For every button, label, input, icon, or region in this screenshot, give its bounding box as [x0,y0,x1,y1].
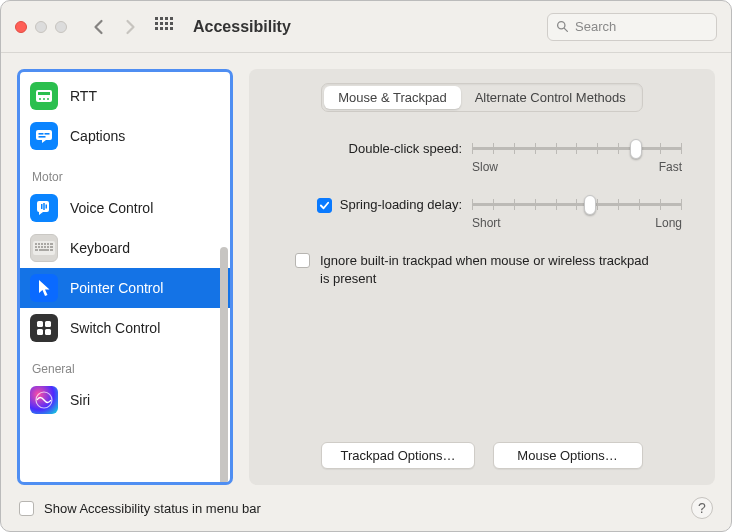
svg-rect-22 [38,246,40,248]
sidebar-item-rtt[interactable]: RTT [20,76,230,116]
sidebar-item-captions[interactable]: Captions [20,116,230,156]
svg-point-5 [43,98,45,100]
row-double-click-speed: Double-click speed: Slow Fast [267,140,697,174]
sidebar-item-keyboard[interactable]: Keyboard [20,228,230,268]
svg-rect-15 [35,243,37,245]
svg-point-4 [39,98,41,100]
window-controls [15,21,67,33]
svg-rect-30 [37,321,43,327]
spring-max: Long [655,216,682,230]
menubar-status-checkbox[interactable] [19,501,34,516]
tab-mouse-trackpad[interactable]: Mouse & Trackpad [324,86,460,109]
double-click-slider[interactable] [472,140,682,156]
svg-rect-16 [38,243,40,245]
svg-rect-9 [45,133,50,135]
sidebar-item-voice-control[interactable]: Voice Control [20,188,230,228]
search-icon [556,20,569,33]
svg-rect-23 [41,246,43,248]
svg-rect-13 [46,205,48,209]
sidebar-scrollbar[interactable] [220,247,228,485]
sidebar-item-label: Captions [70,128,125,144]
minimize-window-button[interactable] [35,21,47,33]
svg-rect-10 [39,136,46,138]
voice-control-icon [30,194,58,222]
svg-rect-24 [44,246,46,248]
zoom-window-button[interactable] [55,21,67,33]
search-placeholder: Search [575,19,616,34]
pointer-control-icon [30,274,58,302]
close-window-button[interactable] [15,21,27,33]
siri-icon [30,386,58,414]
titlebar: Accessibility Search [1,1,731,53]
row-spring-loading: Spring-loading delay: Short Long [267,196,697,230]
svg-rect-26 [50,246,53,248]
sidebar-category-motor: Motor [20,156,230,188]
svg-rect-21 [35,246,37,248]
menubar-status-label: Show Accessibility status in menu bar [44,501,261,516]
search-field[interactable]: Search [547,13,717,41]
row-ignore-trackpad: Ignore built-in trackpad when mouse or w… [267,252,697,287]
sidebar-item-label: RTT [70,88,97,104]
tab-bar: Mouse & Trackpad Alternate Control Metho… [321,83,642,112]
svg-rect-28 [39,249,49,251]
help-button[interactable]: ? [691,497,713,519]
spring-loading-checkbox[interactable] [317,198,332,213]
svg-rect-20 [50,243,53,245]
sidebar-item-label: Pointer Control [70,280,163,296]
sidebar: RTT Captions Motor Voice Control [17,69,233,485]
double-click-label: Double-click speed: [267,140,462,156]
captions-icon [30,122,58,150]
svg-point-0 [558,22,565,29]
svg-rect-32 [37,329,43,335]
svg-rect-2 [36,90,52,102]
svg-rect-19 [47,243,49,245]
svg-rect-8 [39,133,44,135]
svg-rect-29 [50,249,53,251]
svg-rect-18 [44,243,46,245]
tab-alternate-control[interactable]: Alternate Control Methods [461,86,640,109]
forward-button[interactable] [119,16,141,38]
footer: Show Accessibility status in menu bar ? [1,485,731,531]
rtt-icon [30,82,58,110]
spring-loading-label: Spring-loading delay: [340,197,462,212]
sidebar-item-switch-control[interactable]: Switch Control [20,308,230,348]
preferences-window: Accessibility Search RTT Captions [0,0,732,532]
svg-rect-25 [47,246,49,248]
svg-rect-11 [41,204,43,209]
keyboard-icon [30,234,58,262]
spring-loading-slider[interactable] [472,196,682,212]
content-pane: Mouse & Trackpad Alternate Control Metho… [249,69,715,485]
window-title: Accessibility [193,18,291,36]
sidebar-item-label: Voice Control [70,200,153,216]
svg-rect-7 [36,130,52,140]
sidebar-item-label: Siri [70,392,90,408]
sidebar-item-pointer-control[interactable]: Pointer Control [20,268,230,308]
spring-min: Short [472,216,501,230]
ignore-trackpad-label: Ignore built-in trackpad when mouse or w… [320,252,650,287]
ignore-trackpad-checkbox[interactable] [295,253,310,268]
svg-rect-31 [45,321,51,327]
sidebar-item-siri[interactable]: Siri [20,380,230,420]
svg-point-6 [47,98,49,100]
mouse-options-button[interactable]: Mouse Options… [493,442,643,469]
back-button[interactable] [87,16,109,38]
sidebar-item-label: Keyboard [70,240,130,256]
trackpad-options-button[interactable]: Trackpad Options… [321,442,474,469]
sidebar-category-general: General [20,348,230,380]
svg-rect-3 [38,92,50,95]
show-all-icon[interactable] [155,17,175,37]
double-click-max: Fast [659,160,682,174]
double-click-min: Slow [472,160,498,174]
svg-rect-27 [35,249,38,251]
svg-line-1 [564,28,567,31]
svg-rect-12 [43,203,45,210]
switch-control-icon [30,314,58,342]
svg-rect-33 [45,329,51,335]
svg-rect-17 [41,243,43,245]
sidebar-item-label: Switch Control [70,320,160,336]
